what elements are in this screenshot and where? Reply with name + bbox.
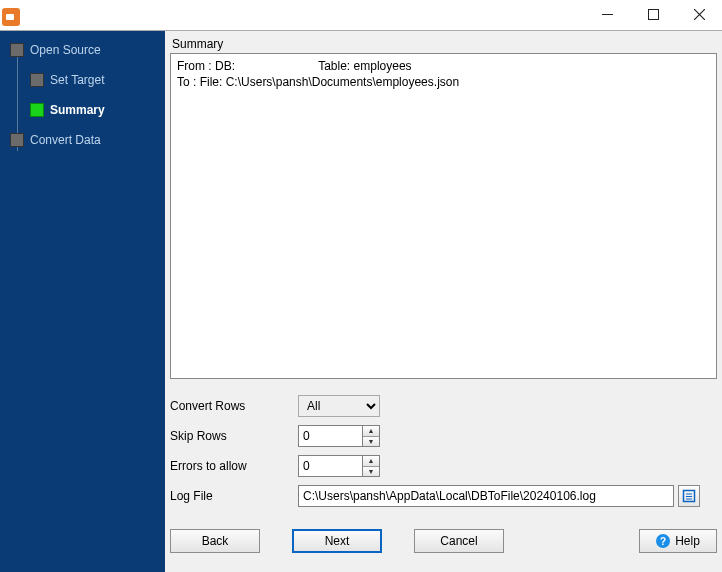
sidebar-item-label: Convert Data — [30, 133, 101, 147]
minimize-button[interactable] — [584, 0, 630, 30]
sidebar-item-label: Open Source — [30, 43, 101, 57]
help-icon: ? — [656, 534, 670, 548]
sidebar-item-set-target[interactable]: Set Target — [30, 69, 165, 91]
step-bullet-icon — [30, 73, 44, 87]
close-button[interactable] — [676, 0, 722, 30]
convert-rows-select[interactable]: All — [298, 395, 380, 417]
summary-to-value: C:\Users\pansh\Documents\employees.json — [226, 75, 459, 89]
step-bullet-icon — [30, 103, 44, 117]
sidebar-item-convert-data[interactable]: Convert Data — [10, 129, 165, 151]
sidebar-item-label: Set Target — [50, 73, 104, 87]
sidebar-item-summary[interactable]: Summary — [30, 99, 165, 121]
titlebar — [0, 0, 722, 30]
svg-rect-1 — [648, 10, 658, 20]
errors-spinner: ▲ ▼ — [298, 455, 380, 477]
log-file-label: Log File — [170, 489, 298, 503]
row-errors-to-allow: Errors to allow ▲ ▼ — [170, 455, 717, 477]
row-log-file: Log File — [170, 485, 717, 507]
skip-rows-input[interactable] — [298, 425, 362, 447]
sidebar-item-open-source[interactable]: Open Source — [10, 39, 165, 61]
spin-up-icon[interactable]: ▲ — [363, 456, 379, 466]
sidebar-item-label: Summary — [50, 103, 105, 117]
summary-to-label: To : File: — [177, 75, 222, 89]
spin-down-icon[interactable]: ▼ — [363, 436, 379, 447]
spin-up-icon[interactable]: ▲ — [363, 426, 379, 436]
step-bullet-icon — [10, 133, 24, 147]
summary-table-label: Table: — [318, 59, 350, 73]
help-button[interactable]: ? Help — [639, 529, 717, 553]
options-form: Convert Rows All Skip Rows ▲ ▼ Errors to… — [170, 395, 717, 515]
row-convert-rows: Convert Rows All — [170, 395, 717, 417]
summary-heading: Summary — [172, 37, 717, 51]
summary-table-value: employees — [354, 59, 412, 73]
wizard-buttons: Back Next Cancel ? Help — [170, 529, 717, 553]
errors-input[interactable] — [298, 455, 362, 477]
wizard-sidebar: Open Source Set Target Summary Convert D… — [0, 31, 165, 572]
spin-down-icon[interactable]: ▼ — [363, 466, 379, 477]
skip-rows-spinner: ▲ ▼ — [298, 425, 380, 447]
app-icon — [2, 8, 20, 26]
browse-icon — [682, 489, 696, 503]
summary-from-label: From : DB: — [177, 59, 235, 73]
convert-rows-label: Convert Rows — [170, 399, 298, 413]
back-button[interactable]: Back — [170, 529, 260, 553]
log-file-input[interactable] — [298, 485, 674, 507]
browse-log-button[interactable] — [678, 485, 700, 507]
errors-label: Errors to allow — [170, 459, 298, 473]
step-bullet-icon — [10, 43, 24, 57]
main-panel: Summary From : DB: Table: employees To :… — [165, 31, 722, 572]
skip-rows-label: Skip Rows — [170, 429, 298, 443]
row-skip-rows: Skip Rows ▲ ▼ — [170, 425, 717, 447]
next-button[interactable]: Next — [292, 529, 382, 553]
cancel-button[interactable]: Cancel — [414, 529, 504, 553]
maximize-button[interactable] — [630, 0, 676, 30]
summary-text: From : DB: Table: employees To : File: C… — [170, 53, 717, 379]
